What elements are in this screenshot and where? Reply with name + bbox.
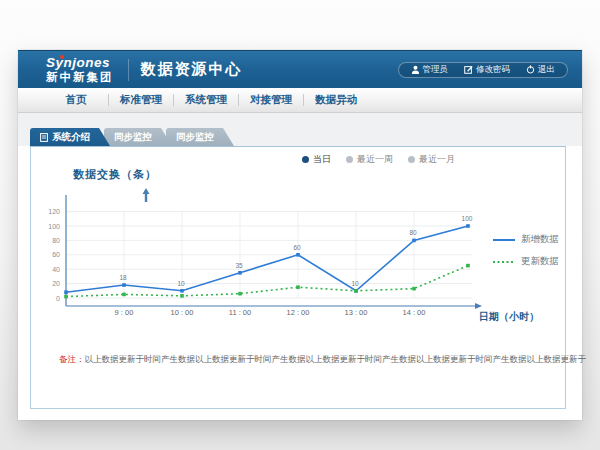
tab-bar: 系统介绍 同步监控 同步监控: [18, 113, 582, 146]
tab-system-intro[interactable]: 系统介绍: [30, 128, 110, 146]
page-title: 数据资源中心: [141, 60, 243, 79]
data-point: [238, 292, 242, 296]
data-point: [180, 289, 184, 293]
data-point-label: 18: [119, 274, 127, 281]
data-point-label: 100: [462, 215, 473, 222]
x-axis-arrow: [475, 303, 482, 309]
data-point: [354, 289, 358, 293]
y-axis-title: 数据交换（条）: [73, 167, 157, 182]
radio-today[interactable]: 当日: [302, 153, 331, 166]
radio-label: 当日: [313, 153, 331, 166]
footnote-text: 以上数据更新于时间产生数据以上数据更新于时间产生数据以上数据更新于时间产生数据以…: [85, 354, 587, 364]
nav-item-interface-mgmt[interactable]: 对接管理: [239, 93, 303, 107]
logo: Synjones 新中新集团: [46, 56, 114, 82]
y-tick-label: 20: [52, 280, 60, 287]
change-password-button[interactable]: 修改密码: [464, 64, 510, 76]
line-chart: 0204060801001209 : 0010 : 0011 : 0012 : …: [31, 187, 567, 327]
app-header: Synjones 新中新集团 数据资源中心 管理员 修改密码 退出: [18, 50, 582, 88]
tab-sync-monitor-1[interactable]: 同步监控: [104, 128, 172, 146]
radio-label: 最近一月: [419, 153, 455, 166]
legend-item-new-data: 新增数据: [493, 233, 559, 246]
y-tick-label: 80: [52, 237, 60, 244]
radio-dot-selected: [302, 156, 309, 163]
data-point-label: 60: [293, 244, 301, 251]
footnote-prefix: 备注：: [59, 354, 85, 364]
nav-item-system-mgmt[interactable]: 系统管理: [174, 93, 238, 107]
data-point: [64, 290, 68, 294]
data-point: [296, 285, 300, 289]
data-point: [238, 271, 242, 275]
chart-legend: 新增数据 更新数据: [493, 233, 559, 268]
radio-last-week[interactable]: 最近一周: [346, 153, 393, 166]
user-toolbar: 管理员 修改密码 退出: [398, 62, 569, 78]
tab-label: 同步监控: [114, 131, 152, 144]
change-password-label: 修改密码: [476, 64, 510, 76]
legend-item-update-data: 更新数据: [493, 255, 559, 268]
radio-label: 最近一周: [357, 153, 393, 166]
app-window: Synjones 新中新集团 数据资源中心 管理员 修改密码 退出 首页 标准管…: [18, 50, 582, 420]
tab-label: 同步监控: [176, 131, 214, 144]
legend-label: 更新数据: [521, 255, 559, 268]
power-icon: [526, 65, 535, 74]
data-point: [296, 253, 300, 257]
data-point-label: 10: [177, 280, 185, 287]
logout-label: 退出: [538, 64, 555, 76]
nav-item-home[interactable]: 首页: [44, 93, 108, 107]
x-tick-label: 9 : 00: [115, 308, 134, 317]
tab-sync-monitor-2[interactable]: 同步监控: [166, 128, 234, 146]
logo-text: Synjones: [46, 56, 114, 70]
radio-last-month[interactable]: 最近一月: [408, 153, 455, 166]
data-point-label: 80: [409, 229, 417, 236]
main-nav: 首页 标准管理 系统管理 对接管理 数据异动: [18, 88, 582, 113]
y-tick-label: 100: [48, 223, 60, 230]
data-point: [466, 224, 470, 228]
legend-line-solid: [493, 238, 515, 242]
legend-label: 新增数据: [521, 233, 559, 246]
footnote: 备注：以上数据更新于时间产生数据以上数据更新于时间产生数据以上数据更新于时间产生…: [59, 354, 586, 366]
data-point: [466, 264, 470, 268]
time-range-filter: 当日 最近一周 最近一月: [302, 153, 455, 166]
y-tick-label: 40: [52, 266, 60, 273]
y-tick-label: 120: [48, 208, 60, 215]
data-point: [122, 283, 126, 287]
data-point: [64, 295, 68, 299]
current-user[interactable]: 管理员: [411, 64, 449, 76]
nav-item-standard-mgmt[interactable]: 标准管理: [109, 93, 173, 107]
x-axis-title: 日期（小时）: [479, 310, 539, 324]
legend-line-dotted: [493, 260, 515, 264]
x-tick-label: 14 : 00: [403, 308, 426, 317]
x-tick-label: 11 : 00: [229, 308, 251, 317]
data-point: [122, 293, 126, 297]
data-point: [412, 287, 416, 291]
data-point: [412, 239, 416, 243]
user-name-label: 管理员: [423, 64, 449, 76]
y-axis-arrow: [143, 188, 150, 202]
user-icon: [411, 65, 420, 74]
tab-label: 系统介绍: [52, 131, 90, 144]
content-panel: 当日 最近一周 最近一月 数据交换（条） 0204060801001209 : …: [30, 146, 566, 409]
x-tick-label: 10 : 00: [171, 308, 194, 317]
x-tick-label: 12 : 00: [287, 308, 310, 317]
series-line-新增数据: [66, 226, 468, 292]
nav-item-data-change[interactable]: 数据异动: [304, 93, 368, 107]
y-tick-label: 60: [52, 251, 60, 258]
logout-button[interactable]: 退出: [526, 64, 555, 76]
x-tick-label: 13 : 00: [345, 308, 368, 317]
header-divider: [128, 59, 129, 81]
radio-dot: [408, 156, 415, 163]
series-line-更新数据: [66, 266, 468, 297]
data-point-label: 10: [351, 280, 359, 287]
edit-icon: [464, 65, 473, 74]
data-point-label: 35: [235, 262, 243, 269]
data-point: [180, 294, 184, 298]
logo-company: 新中新集团: [46, 71, 114, 83]
radio-dot: [346, 156, 353, 163]
y-tick-label: 0: [56, 295, 60, 302]
document-icon: [40, 133, 48, 142]
